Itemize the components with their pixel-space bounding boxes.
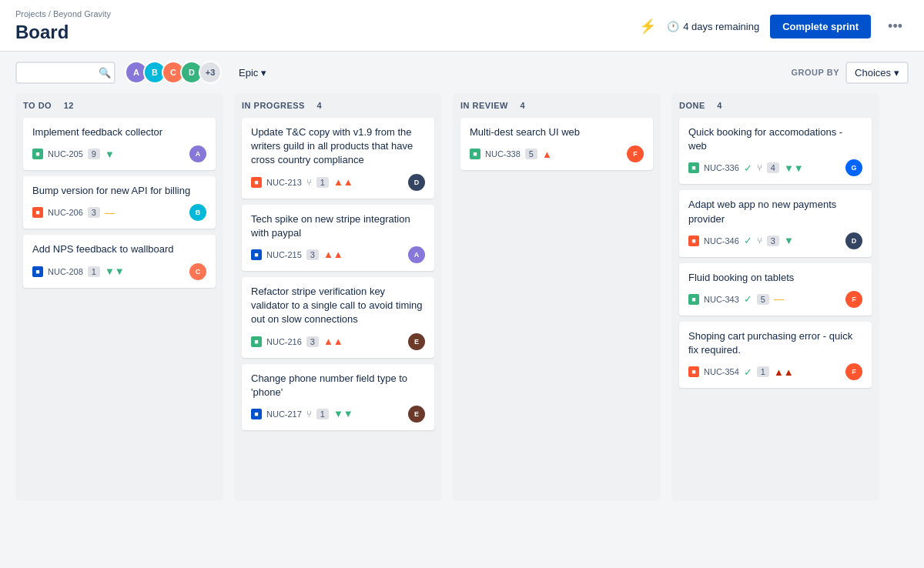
priority-icon: ▼▼ — [784, 162, 804, 174]
card-footer: ■NUC-346✓⑂3▼D — [688, 232, 862, 249]
card-footer: ■NUC-217⑂1▼▼E — [251, 406, 425, 423]
search-input[interactable] — [25, 67, 94, 79]
issue-type-icon: ■ — [688, 366, 699, 377]
issue-type-icon: ■ — [688, 294, 699, 305]
issue-id: NUC-354 — [704, 367, 739, 376]
issue-type-icon: ■ — [32, 149, 43, 159]
card-title: Quick booking for accomodations - web — [688, 125, 862, 153]
issue-id: NUC-336 — [704, 163, 739, 172]
card[interactable]: Adapt web app no new payments provider■N… — [679, 190, 872, 256]
column-title: IN REVIEW — [460, 101, 508, 110]
column-inreview: IN REVIEW 4Multi-dest search UI web■NUC-… — [453, 93, 661, 501]
branch-icon: ⑂ — [757, 162, 762, 173]
issue-type-icon: ■ — [32, 207, 43, 218]
issue-type-icon: ■ — [32, 266, 43, 277]
card-count: 1 — [757, 366, 769, 377]
column-todo: TO DO 12Implement feedback collector■NUC… — [15, 93, 223, 501]
column-count: 12 — [64, 101, 74, 110]
choices-dropdown[interactable]: Choices ▾ — [845, 62, 909, 84]
column-header: TO DO 12 — [23, 101, 216, 110]
search-icon: 🔍 — [99, 67, 111, 79]
card[interactable]: Change phone number field type to 'phone… — [242, 364, 434, 430]
card-avatar: F — [627, 145, 644, 162]
issue-type-icon: ■ — [688, 236, 699, 246]
card-count: 1 — [88, 266, 100, 277]
column-count: 4 — [717, 101, 722, 110]
card-avatar: A — [189, 145, 206, 162]
card-count: 5 — [757, 294, 769, 305]
page-title: Board — [15, 22, 111, 43]
priority-icon: ▼▼ — [105, 266, 125, 277]
card-avatar: F — [845, 363, 862, 380]
issue-id: NUC-208 — [48, 267, 83, 276]
priority-icon: — — [774, 293, 784, 305]
card-avatar: E — [408, 333, 425, 350]
card-avatar: G — [845, 159, 862, 176]
epic-filter-button[interactable]: Epic ▾ — [231, 63, 274, 82]
check-icon: ✓ — [744, 293, 752, 305]
branch-icon: ⑂ — [757, 236, 762, 246]
column-inprogress: IN PROGRESS 4Update T&C copy with v1.9 f… — [234, 93, 442, 501]
card-footer: ■NUC-3385▲F — [470, 145, 644, 162]
check-icon: ✓ — [744, 162, 752, 174]
card-footer: ■NUC-2153▲▲A — [251, 246, 425, 263]
issue-id: NUC-213 — [266, 178, 302, 187]
card-count: 9 — [88, 149, 100, 159]
issue-type-icon: ■ — [251, 249, 262, 260]
card[interactable]: Update T&C copy with v1.9 from the write… — [242, 118, 434, 199]
card[interactable]: Refactor stripe verification key validat… — [242, 277, 434, 358]
priority-icon: ▲ — [542, 149, 552, 160]
card-avatar: A — [408, 246, 425, 263]
card[interactable]: Implement feedback collector■NUC-2059▼A — [23, 118, 216, 170]
chevron-down-icon: ▾ — [894, 67, 899, 79]
branch-icon: ⑂ — [306, 409, 312, 419]
card[interactable]: Add NPS feedback to wallboard■NUC-2081▼▼… — [23, 235, 216, 287]
priority-icon: ▼ — [784, 235, 794, 246]
card-avatar: D — [845, 232, 862, 249]
card-title: Shoping cart purchasing error - quick fi… — [688, 329, 862, 357]
toolbar: 🔍 A B C D +3 Epic ▾ GROUP BY Choices ▾ — [0, 52, 924, 93]
clock-icon: 🕐 — [667, 21, 679, 32]
card-count: 1 — [316, 177, 329, 188]
issue-id: NUC-205 — [48, 149, 83, 159]
card-footer: ■NUC-343✓5—F — [688, 291, 862, 308]
card[interactable]: Bump version for new API for billing■NUC… — [23, 176, 216, 229]
complete-sprint-button[interactable]: Complete sprint — [770, 15, 871, 38]
avatars-group: A B C D +3 — [125, 61, 222, 84]
card-footer: ■NUC-2059▼A — [32, 145, 206, 162]
card[interactable]: Quick booking for accomodations - web■NU… — [679, 118, 872, 184]
card-footer: ■NUC-2163▲▲E — [251, 333, 425, 350]
priority-icon: ▲▲ — [774, 366, 794, 378]
priority-icon: ▲▲ — [323, 249, 343, 260]
card-title: Update T&C copy with v1.9 from the write… — [251, 125, 425, 168]
card-avatar: E — [408, 406, 425, 423]
card-footer: ■NUC-2081▼▼C — [32, 263, 206, 280]
column-done: DONE 4Quick booking for accomodations - … — [671, 93, 879, 501]
avatar-more[interactable]: +3 — [199, 61, 222, 84]
issue-type-icon: ■ — [688, 162, 699, 173]
card-avatar: B — [189, 204, 206, 221]
card[interactable]: Multi-dest search UI web■NUC-3385▲F — [460, 118, 653, 170]
card-avatar: C — [189, 263, 206, 280]
card[interactable]: Tech spike on new stripe integration wit… — [242, 205, 434, 271]
issue-type-icon: ■ — [251, 177, 262, 188]
more-options-button[interactable]: ••• — [882, 15, 909, 38]
header-actions: ⚡ 🕐 4 days remaining Complete sprint ••• — [639, 15, 909, 38]
issue-type-icon: ■ — [470, 149, 480, 159]
card[interactable]: Fluid booking on tablets■NUC-343✓5—F — [679, 263, 872, 316]
card-avatar: D — [408, 174, 425, 191]
column-header: DONE 4 — [679, 101, 872, 110]
group-by-label: GROUP BY — [792, 68, 839, 77]
search-box[interactable]: 🔍 — [15, 62, 116, 84]
issue-type-icon: ■ — [251, 409, 262, 419]
branch-icon: ⑂ — [306, 177, 312, 188]
board: TO DO 12Implement feedback collector■NUC… — [0, 93, 924, 516]
days-remaining: 🕐 4 days remaining — [667, 21, 759, 32]
issue-type-icon: ■ — [251, 336, 262, 347]
column-count: 4 — [316, 101, 322, 110]
issue-id: NUC-215 — [266, 250, 302, 259]
card[interactable]: Shoping cart purchasing error - quick fi… — [679, 322, 872, 388]
card-title: Change phone number field type to 'phone… — [251, 372, 425, 399]
card-footer: ■NUC-213⑂1▲▲D — [251, 174, 425, 191]
card-count: 3 — [306, 249, 319, 260]
